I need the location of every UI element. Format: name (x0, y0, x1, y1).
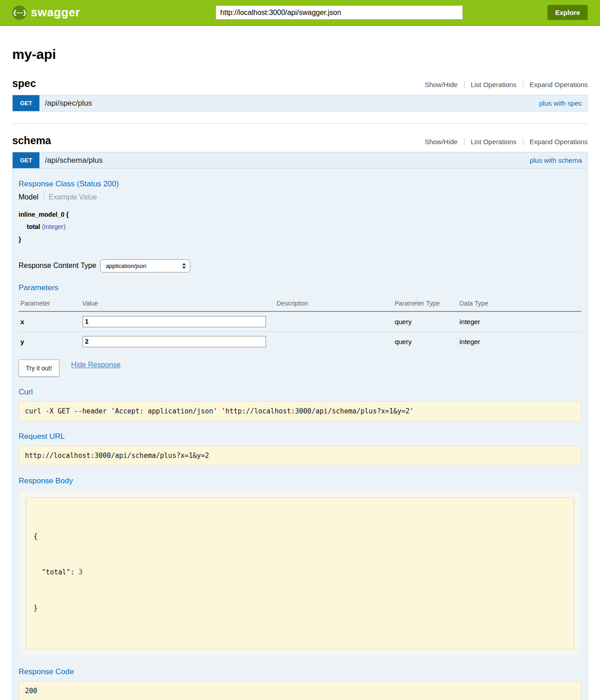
try-it-out-button[interactable]: Try it out! (19, 360, 59, 377)
param-description (275, 331, 393, 351)
http-method-badge: GET (13, 95, 39, 111)
property-type: (integer) (42, 223, 65, 230)
param-data-type: integer (458, 331, 581, 351)
model-open-brace: inline_model_0 { (19, 209, 581, 221)
tab-model[interactable]: Model (19, 193, 44, 201)
spec-endpoint-path-link[interactable]: /api/spec/plus (45, 95, 92, 111)
curl-command: curl -X GET --header 'Accept: applicatio… (19, 401, 581, 421)
parameters-heading: Parameters (19, 283, 581, 292)
sandbox-footer: Try it out! Hide Response (19, 360, 581, 377)
response-content-type-row: Response Content Type application/json (19, 259, 581, 272)
section-schema: schema Show/Hide List Operations Expand … (12, 135, 588, 700)
param-x-input[interactable] (82, 316, 266, 327)
section-divider (12, 123, 588, 124)
param-data-type: integer (458, 311, 581, 332)
param-type: query (393, 331, 458, 351)
param-name: x (19, 311, 81, 332)
spec-section-links: Show/Hide List Operations Expand Operati… (418, 81, 588, 88)
schema-section-head: schema Show/Hide List Operations Expand … (12, 135, 588, 147)
spec-section-title: spec (12, 78, 36, 90)
param-name: y (19, 331, 81, 351)
spec-get-row[interactable]: GET /api/spec/plus plus with spec (12, 95, 588, 112)
swagger-brand-link[interactable]: {⋯} swagger (12, 5, 80, 20)
col-value: Value (81, 297, 275, 311)
col-description: Description (275, 297, 393, 311)
top-bar: {⋯} swagger Explore (0, 0, 600, 26)
json-value: 3 (78, 568, 82, 576)
response-body-heading: Response Body (19, 476, 581, 486)
http-method-badge: GET (13, 152, 39, 168)
schema-section-title: schema (12, 135, 51, 147)
table-row: y query integer (19, 331, 581, 351)
schema-endpoint-summary-link[interactable]: plus with schema (530, 152, 582, 168)
json-open-brace: { (34, 530, 566, 542)
json-total-line: "total": 3 (34, 566, 566, 578)
page-title: my-api (12, 47, 588, 62)
list-operations-link[interactable]: List Operations (464, 138, 523, 146)
explore-button[interactable]: Explore (547, 5, 588, 20)
api-page: my-api spec Show/Hide List Operations Ex… (0, 47, 600, 700)
schema-operation-content: Response Class (Status 200) Model Exampl… (12, 169, 588, 700)
response-code-value: 200 (19, 681, 581, 700)
col-data-type: Data Type (458, 297, 581, 311)
swagger-logo-icon: {⋯} (12, 5, 27, 20)
response-body-container: { "total": 3 } (19, 490, 581, 656)
request-url-heading: Request URL (19, 432, 581, 441)
response-body-json: { "total": 3 } (26, 497, 574, 649)
swagger-url-input[interactable] (216, 5, 463, 19)
selected-content-type: application/json (106, 262, 146, 269)
response-content-type-select[interactable]: application/json (100, 259, 190, 272)
schema-get-row[interactable]: GET /api/schema/plus plus with schema (12, 152, 588, 169)
response-content-type-label: Response Content Type (19, 262, 96, 270)
parameters-header-row: Parameter Value Description Parameter Ty… (19, 297, 581, 311)
tab-example-value[interactable]: Example Value (44, 193, 97, 201)
show-hide-link[interactable]: Show/Hide (418, 81, 464, 88)
parameters-table: Parameter Value Description Parameter Ty… (19, 297, 581, 351)
property-name: total (27, 223, 40, 230)
param-y-input[interactable] (82, 336, 266, 347)
spec-section-head: spec Show/Hide List Operations Expand Op… (12, 78, 588, 90)
select-arrows-icon (182, 263, 186, 269)
table-row: x query integer (19, 311, 581, 332)
hide-response-link[interactable]: Hide Response (71, 361, 121, 369)
request-url-value: http://localhost:3000/api/schema/plus?x=… (19, 446, 581, 466)
model-signature: inline_model_0 { total (integer) } (19, 209, 581, 246)
col-parameter: Parameter (19, 297, 81, 311)
expand-operations-link[interactable]: Expand Operations (523, 138, 588, 146)
curl-heading: Curl (19, 388, 581, 397)
show-hide-link[interactable]: Show/Hide (418, 138, 464, 146)
param-description (275, 311, 393, 332)
col-parameter-type: Parameter Type (393, 297, 458, 311)
spec-endpoint-summary-link[interactable]: plus with spec (539, 95, 582, 111)
model-close-brace: } (19, 233, 581, 246)
list-operations-link[interactable]: List Operations (464, 81, 523, 88)
schema-section-links: Show/Hide List Operations Expand Operati… (418, 138, 588, 146)
json-key: "total": (34, 568, 78, 576)
param-type: query (393, 311, 458, 332)
json-close-brace: } (34, 602, 566, 614)
response-class-heading: Response Class (Status 200) (19, 180, 581, 189)
model-property: total (integer) (19, 221, 581, 233)
response-code-heading: Response Code (19, 667, 581, 676)
section-spec: spec Show/Hide List Operations Expand Op… (12, 78, 588, 112)
schema-endpoint-path-link[interactable]: /api/schema/plus (45, 152, 103, 168)
expand-operations-link[interactable]: Expand Operations (523, 81, 588, 88)
model-tabs: Model Example Value (19, 193, 581, 201)
brand-name: swagger (31, 5, 80, 19)
